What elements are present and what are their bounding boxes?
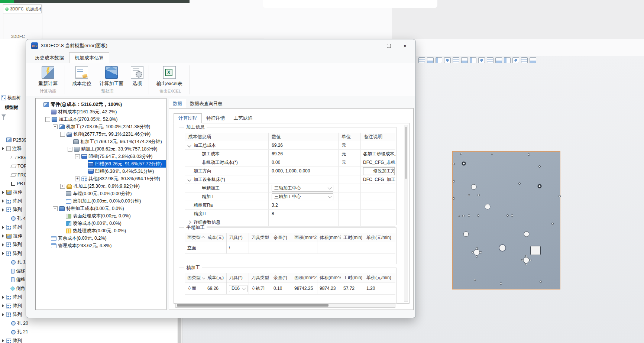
cost-tree-item[interactable]: −加工成本(2703.05元, 52.8%)	[36, 116, 166, 123]
cost-tree-item-body[interactable]: 凹槽(75.64元, 2.8%;63.03分钟)	[81, 153, 166, 160]
tab-process-defects[interactable]: 工艺缺陷	[229, 114, 257, 123]
cost-tree-item-body[interactable]: 粗加工(1769.13元, 66.1%;1474.28分钟)	[73, 138, 166, 145]
cost-tree-item[interactable]: −机加工(2703.05元, 100.0%;2241.38分钟)	[36, 123, 166, 130]
info-table-row[interactable]: 加工总成本69.26元	[185, 141, 395, 150]
cost-tree-item[interactable]: 车镗(0.00元, 0.0%;0.00分钟)	[36, 190, 166, 197]
info-table-row[interactable]: 精加工三轴加工中心	[185, 192, 395, 201]
minimize-button[interactable]	[364, 39, 381, 52]
cost-tree-item[interactable]: −精加工(908.62元, 33.9%;757.18分钟)	[36, 145, 166, 153]
close-button[interactable]: ×	[397, 39, 413, 52]
info-table-row[interactable]: 精度IT8	[185, 210, 395, 218]
tab-data[interactable]: 数据	[169, 99, 186, 108]
dropdown-select[interactable]: 三轴加工中心	[272, 185, 333, 192]
tree-collapse-icon[interactable]: −	[68, 147, 72, 152]
sort-desc-icon[interactable]	[202, 275, 205, 279]
more-tools-icon[interactable]	[530, 57, 536, 63]
cost-tree-item-body[interactable]: 其他(832.98元, 30.8%;694.15分钟)	[81, 175, 166, 182]
cost-tree-item-body[interactable]: 铣削(2677.75元, 99.1%;2231.46分钟)	[67, 130, 166, 138]
simulate-icon[interactable]	[495, 57, 502, 63]
cost-tree-item[interactable]: 粗加工(1769.13元, 66.1%;1474.28分钟)	[36, 138, 166, 145]
tab-history-cost-data[interactable]: 历史成本数据	[30, 53, 69, 63]
cost-tree-item[interactable]: 凹槽(6.38元, 8.4%;5.31分钟)	[36, 168, 166, 175]
export-excel-button[interactable]: 输出excel表	[152, 65, 187, 88]
spin-center-icon[interactable]	[478, 57, 485, 63]
tree-expand-icon[interactable]: +	[75, 177, 80, 181]
cost-tree-item[interactable]: +孔加工(25.30元, 0.9%;9.92分钟)	[36, 182, 166, 190]
cost-tree-item[interactable]: 管理成本(243.62元, 4.8%)	[36, 242, 166, 249]
info-table-row[interactable]: 加工方向0.000, 1.000, 0.000修改加工方	[185, 167, 395, 175]
cost-tree-item[interactable]: 零件(总成本：5116.02元，100%)	[36, 101, 166, 108]
cost-tree-item-body[interactable]: 凹槽(6.38元, 8.4%;5.31分钟)	[88, 168, 166, 175]
model-tree-filter-input[interactable]	[7, 114, 25, 121]
cost-tree-item[interactable]: −特种加工成本(0.00元, 0.0%)	[36, 205, 166, 212]
annotation-display-icon[interactable]	[470, 57, 476, 63]
display-style-icon[interactable]	[453, 57, 459, 63]
dropdown-select[interactable]: 三轴加工中心	[272, 193, 333, 200]
cost-tree-item[interactable]: 材料成本(2161.35元, 42.2%)	[36, 108, 166, 116]
cost-tree-item-body[interactable]: 热处理成本(0.00元, 0.0%)	[66, 227, 166, 234]
tree-collapse-icon[interactable]: −	[53, 124, 58, 129]
tab-machining-cost-estimate[interactable]: 机加成本估算	[69, 52, 109, 63]
tab-calc-process[interactable]: 计算过程	[174, 113, 202, 123]
machining-table-row[interactable]: 立面69.26D16立铣刀0.1098742.259874.2357.721.2…	[185, 282, 395, 295]
cost-tree-item[interactable]: 凹槽(69.26元, 91.6%;57.72分钟)	[36, 160, 166, 168]
cost-tree-item[interactable]: 表面处理成本(0.00元, 0.0%)	[36, 212, 166, 220]
datum-display-icon[interactable]	[461, 57, 468, 63]
maximize-button[interactable]	[381, 39, 397, 52]
chevron-right-icon[interactable]	[188, 220, 191, 224]
cost-tree-item-body[interactable]: 零件(总成本：5116.02元，100%)	[43, 101, 166, 108]
cost-tree-item-body[interactable]: 表面处理成本(0.00元, 0.0%)	[66, 212, 166, 220]
model-tree-item[interactable]: 孔 21	[0, 328, 178, 337]
tree-collapse-icon[interactable]: −	[45, 117, 50, 122]
zoom-out-icon[interactable]	[436, 57, 442, 63]
model-tree-item[interactable]: 孔 20	[0, 319, 178, 328]
tree-collapse-icon[interactable]: −	[53, 206, 58, 211]
appearance-icon[interactable]	[504, 57, 511, 63]
saved-orientations-icon[interactable]	[444, 57, 451, 63]
cost-tree-item[interactable]: 热处理成本(0.00元, 0.0%)	[36, 227, 166, 234]
cost-locate-button[interactable]: 成本定位	[67, 65, 96, 88]
cost-tree-item-body[interactable]: 凹槽(69.26元, 91.6%;57.72分钟)	[88, 160, 166, 168]
refit-icon[interactable]	[418, 57, 425, 63]
dropdown-select[interactable]: D16	[229, 285, 247, 292]
scrollbar-thumb[interactable]	[405, 127, 407, 179]
cost-tree-item-body[interactable]: 特种加工成本(0.00元, 0.0%)	[59, 205, 166, 212]
model-tree-item[interactable]: 阵列	[0, 337, 178, 343]
perspective-icon[interactable]	[521, 57, 528, 63]
remark-edit-input[interactable]: 修改加工方	[363, 167, 395, 175]
options-button[interactable]: 选项	[127, 65, 147, 88]
tab-query-log[interactable]: 数据表查询日志	[186, 99, 226, 108]
chevron-down-icon[interactable]	[188, 178, 191, 181]
cost-tree-item-body[interactable]: 孔加工(25.30元, 0.9%;9.92分钟)	[67, 182, 166, 190]
tree-expand-icon[interactable]: +	[60, 184, 65, 189]
cost-tree-item[interactable]: 磨削加工(0.00元, 0.0%;0.00分钟)	[36, 197, 166, 205]
cost-tree-item[interactable]: +其他(832.98元, 30.8%;694.15分钟)	[36, 175, 166, 182]
dialog-titlebar[interactable]: DFC 3DDFC2.8 当前模型error(面板)	[26, 39, 415, 52]
cost-tree-item[interactable]: −铣削(2677.75元, 99.1%;2231.46分钟)	[36, 130, 166, 138]
cost-tree-item-body[interactable]: 管理成本(243.62元, 4.8%)	[51, 242, 166, 249]
tree-collapse-icon[interactable]: −	[75, 154, 80, 159]
info-table-row[interactable]: 半精加工三轴加工中心	[185, 184, 395, 192]
cost-tree-item-body[interactable]: 机加工(2703.05元, 100.0%;2241.38分钟)	[59, 123, 166, 130]
machining-table-row[interactable]: 立面\	[185, 242, 395, 254]
cost-tree-item[interactable]: 其余成本(8.00元, 0.2%)	[36, 234, 166, 242]
file-tab-3ddfc[interactable]: 3DDFC_机加成本	[3, 4, 42, 13]
pane-vertical-scrollbar[interactable]	[404, 125, 408, 302]
cost-tree-item-body[interactable]: 精加工(908.62元, 33.9%;757.18分钟)	[74, 145, 166, 153]
zoom-in-icon[interactable]	[427, 57, 434, 63]
pane-horizontal-scrollbar[interactable]	[175, 303, 395, 308]
cost-tree-item-body[interactable]: 材料成本(2161.35元, 42.2%)	[51, 108, 166, 116]
info-table-row[interactable]: 详细参数信息	[185, 218, 395, 227]
cost-tree-item[interactable]: 喷涂成本(0.00元, 0.0%)	[36, 220, 166, 227]
sort-asc-icon[interactable]	[201, 236, 205, 240]
recalculate-button[interactable]: 重新计算	[33, 65, 63, 88]
cost-tree-item-body[interactable]: 加工成本(2703.05元, 52.8%)	[52, 116, 166, 123]
compute-faces-button[interactable]: 计算加工面	[94, 65, 129, 88]
info-table-row[interactable]: 非机动工时成本(*)0.00元DFC_CFG_非机动工时默认值(DFC_CF	[185, 158, 395, 167]
cost-tree-item-body[interactable]: 磨削加工(0.00元, 0.0%;0.00分钟)	[66, 197, 166, 205]
chevron-down-icon[interactable]	[188, 143, 191, 147]
tree-collapse-icon[interactable]: −	[60, 132, 65, 137]
cost-tree-item-body[interactable]: 喷涂成本(0.00元, 0.0%)	[66, 220, 166, 227]
info-table-row[interactable]: 粗糙度Ra3.2	[185, 201, 395, 210]
view-manager-icon[interactable]	[512, 57, 519, 63]
